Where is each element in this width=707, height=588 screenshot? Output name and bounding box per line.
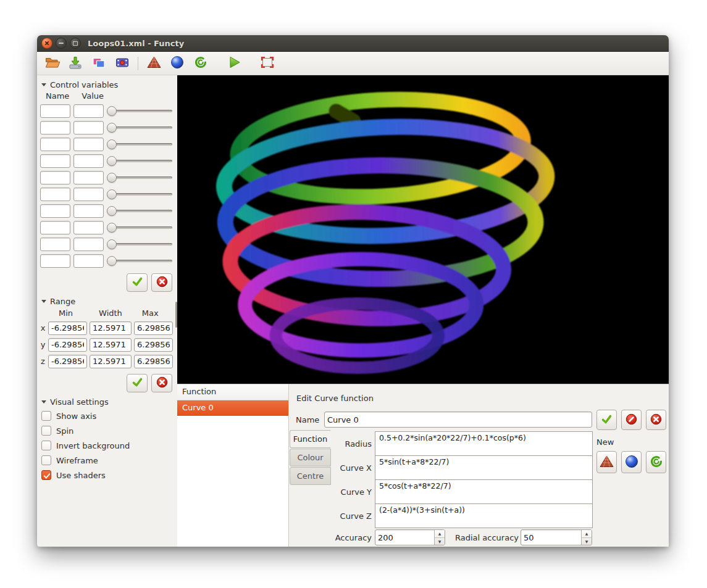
3d-viewport[interactable] (177, 75, 669, 384)
slider-handle[interactable] (107, 123, 117, 133)
variable-value-input[interactable] (73, 238, 104, 251)
variable-slider[interactable] (107, 256, 173, 266)
variables-apply-button[interactable] (127, 273, 148, 292)
y-width-input[interactable] (90, 338, 132, 352)
show-axis-checkbox[interactable] (41, 411, 51, 421)
range-cancel-button[interactable] (151, 374, 172, 392)
variable-value-input[interactable] (73, 188, 104, 201)
variable-slider[interactable] (107, 223, 173, 233)
radial-accuracy-down-button[interactable]: ▼ (582, 538, 592, 545)
slider-handle[interactable] (107, 223, 117, 233)
new-curve-function-button[interactable] (646, 451, 666, 473)
variable-slider[interactable] (107, 173, 173, 183)
new-curve-button[interactable] (190, 54, 212, 73)
radius-field[interactable]: 0.5+0.2*sin(a*20*22/7)+0.1*cos(p*6) (375, 431, 593, 456)
slider-handle[interactable] (107, 139, 117, 149)
function-list-item[interactable]: Curve 0 (177, 400, 288, 416)
viewport-capture-button[interactable] (256, 54, 278, 73)
variable-value-input[interactable] (73, 138, 104, 151)
radial-accuracy-up-button[interactable]: ▲ (582, 530, 592, 538)
variable-value-input[interactable] (73, 154, 104, 168)
variable-slider[interactable] (107, 139, 173, 149)
editor-revert-button[interactable] (621, 410, 642, 430)
close-button[interactable] (41, 38, 52, 49)
variable-value-input[interactable] (73, 254, 104, 268)
z-min-input[interactable] (48, 355, 87, 368)
variable-slider[interactable] (107, 156, 173, 166)
slider-handle[interactable] (107, 206, 117, 216)
slider-handle[interactable] (107, 156, 117, 166)
visual-settings-header[interactable]: Visual settings (40, 395, 173, 408)
maximize-button[interactable] (70, 38, 81, 49)
control-variable-row (40, 202, 173, 219)
curve-name-input[interactable] (324, 412, 592, 428)
slider-handle[interactable] (107, 256, 117, 266)
variable-name-input[interactable] (40, 204, 70, 218)
z-max-input[interactable] (134, 355, 173, 368)
slider-handle[interactable] (107, 106, 117, 116)
radius-label: Radius (319, 439, 372, 449)
curve-x-field[interactable]: 5*sin(t+a*8*22/7) (375, 455, 593, 480)
variable-value-input[interactable] (73, 204, 104, 218)
use-shaders-checkbox[interactable] (41, 470, 51, 480)
editor-delete-button[interactable] (646, 410, 666, 430)
new-sphere-button[interactable] (166, 54, 188, 73)
variable-slider[interactable] (107, 106, 173, 116)
option-label: Show axis (56, 412, 96, 421)
variable-value-input[interactable] (73, 121, 104, 135)
slider-trough (107, 260, 172, 262)
variable-name-input[interactable] (40, 238, 70, 251)
variable-slider[interactable] (107, 123, 173, 133)
variable-value-input[interactable] (73, 104, 104, 118)
play-button[interactable] (223, 54, 245, 73)
variable-name-input[interactable] (40, 104, 70, 118)
variable-name-input[interactable] (40, 254, 70, 268)
control-variable-row (40, 136, 173, 152)
minimize-button[interactable] (56, 38, 67, 49)
x-max-input[interactable] (134, 321, 173, 335)
control-variables-header[interactable]: Control variables (40, 78, 173, 91)
invert-background-checkbox[interactable] (41, 441, 51, 450)
slider-handle[interactable] (107, 173, 117, 183)
new-sphere-function-button[interactable] (621, 451, 642, 473)
save-button[interactable] (64, 54, 86, 73)
titlebar[interactable]: Loops01.xml - Functy (37, 35, 669, 52)
render-video-button[interactable] (111, 54, 133, 73)
editor-apply-button[interactable] (596, 410, 617, 430)
variable-name-input[interactable] (40, 221, 70, 234)
curve-y-field[interactable]: 5*cos(t+a*8*22/7) (375, 479, 593, 504)
slider-handle[interactable] (107, 189, 117, 199)
x-width-input[interactable] (90, 321, 132, 335)
expander-icon (41, 300, 46, 303)
axis-label: y (40, 340, 46, 349)
variable-value-input[interactable] (73, 171, 104, 184)
variable-value-input[interactable] (73, 221, 104, 234)
x-min-input[interactable] (48, 321, 87, 335)
cancel-icon (650, 413, 662, 427)
variable-name-input[interactable] (40, 138, 70, 151)
open-button[interactable] (41, 54, 63, 73)
control-variable-row (40, 219, 173, 236)
curve-z-field[interactable]: (2-(a*4))*(3+sin(t+a)) (375, 503, 593, 528)
use-shaders-option: Use shaders (41, 468, 173, 482)
new-cone-button[interactable] (143, 54, 165, 73)
variables-cancel-button[interactable] (151, 273, 172, 292)
variable-slider[interactable] (107, 239, 173, 249)
slider-handle[interactable] (107, 239, 117, 249)
y-min-input[interactable] (48, 338, 87, 352)
variable-name-input[interactable] (40, 154, 70, 168)
function-list-header[interactable]: Function (177, 384, 288, 400)
variable-name-input[interactable] (40, 188, 70, 201)
variable-slider[interactable] (107, 206, 173, 216)
range-apply-button[interactable] (127, 374, 148, 392)
wireframe-checkbox[interactable] (41, 455, 51, 465)
z-width-input[interactable] (90, 355, 132, 368)
variable-name-input[interactable] (40, 121, 70, 135)
y-max-input[interactable] (134, 338, 173, 352)
new-cone-function-button[interactable] (596, 451, 617, 473)
range-header[interactable]: Range (40, 295, 173, 308)
spin-checkbox[interactable] (41, 426, 51, 436)
variable-slider[interactable] (107, 189, 173, 199)
variable-name-input[interactable] (40, 171, 70, 184)
render-image-button[interactable] (88, 54, 110, 73)
